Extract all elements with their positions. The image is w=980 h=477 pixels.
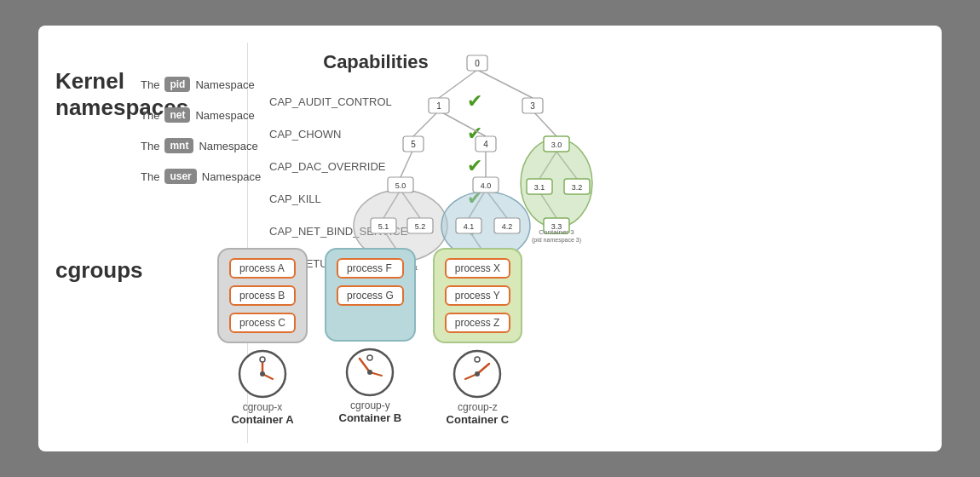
ns-row-pid: The pid Namespace [141, 77, 261, 92]
process-a: process A [229, 258, 296, 279]
svg-line-2 [413, 111, 439, 136]
gauge-c [452, 348, 503, 399]
cgroup-container-a: process A process B process C cgroup-x C… [217, 248, 308, 426]
svg-point-64 [367, 355, 372, 360]
svg-line-4 [401, 149, 413, 177]
process-c: process C [229, 313, 296, 333]
process-y: process Y [445, 285, 510, 306]
svg-point-60 [260, 371, 265, 376]
svg-text:4: 4 [483, 140, 488, 149]
process-g: process G [337, 285, 404, 306]
namespace-labels: The pid Namespace The net Namespace The … [141, 77, 261, 184]
svg-text:3: 3 [530, 101, 535, 111]
process-z: process Z [445, 313, 510, 333]
cgroups-area: process A process B process C cgroup-x C… [217, 248, 522, 426]
cgroup-box-c: process X process Y process Z [433, 248, 522, 343]
process-f: process F [337, 258, 404, 279]
cgroup-box-b: process F process G [325, 248, 416, 342]
gauge-a [237, 348, 288, 399]
cap-kill-label: CAP_KILL [269, 193, 321, 205]
cgroup-b-label: cgroup-y [350, 399, 390, 411]
ns-row-user: The user Namespace [141, 169, 261, 184]
svg-line-12 [533, 111, 556, 136]
cgroup-container-b: process F process G cgroup-y Container B [325, 248, 416, 424]
pid-tree-svg: 0 1 3 5 4 5.0 5.1 5.2 5.3 [328, 51, 626, 273]
cgroup-c-label: cgroup-z [458, 401, 498, 413]
svg-text:5.1: 5.1 [378, 222, 389, 231]
pid-badge: pid [164, 77, 190, 92]
gauge-b [344, 347, 395, 398]
container-b-name: Container B [339, 411, 402, 424]
ns-row-mnt: The mnt Namespace [141, 138, 261, 153]
pid-tree-area: 0 1 3 5 4 5.0 5.1 5.2 5.3 [328, 51, 626, 273]
svg-text:3.1: 3.1 [534, 183, 545, 192]
svg-point-63 [367, 370, 372, 375]
cgroup-a-label: cgroup-x [243, 401, 283, 413]
mnt-badge: mnt [164, 138, 193, 153]
user-badge: user [164, 169, 196, 184]
process-b: process B [229, 285, 296, 306]
container-c-name: Container C [447, 413, 510, 426]
container-a-name: Container A [231, 413, 293, 426]
svg-text:5.0: 5.0 [395, 181, 406, 190]
main-card: Kernelnamespaces cgroups The pid Namespa… [38, 26, 942, 451]
svg-point-66 [475, 371, 480, 376]
svg-text:4.1: 4.1 [464, 222, 475, 231]
svg-text:5: 5 [411, 140, 416, 149]
svg-line-3 [439, 111, 486, 136]
svg-line-1 [477, 70, 533, 98]
ns-row-net: The net Namespace [141, 107, 261, 123]
svg-text:0: 0 [475, 59, 480, 68]
svg-point-61 [260, 357, 265, 362]
svg-text:(pid namespace 3): (pid namespace 3) [532, 237, 581, 244]
net-badge: net [164, 107, 190, 123]
svg-text:3.2: 3.2 [572, 183, 583, 192]
svg-text:3.0: 3.0 [551, 141, 562, 149]
cgroup-box-a: process A process B process C [217, 248, 308, 343]
svg-text:1: 1 [436, 101, 441, 111]
cgroups-title: cgroups [55, 257, 243, 284]
svg-text:5.2: 5.2 [415, 222, 426, 231]
process-x: process X [445, 258, 510, 279]
svg-text:4.2: 4.2 [502, 222, 513, 231]
svg-point-67 [475, 357, 480, 362]
svg-text:4.0: 4.0 [481, 181, 492, 190]
cgroup-container-c: process X process Y process Z cgroup-z C… [433, 248, 522, 426]
svg-text:Container 3: Container 3 [539, 228, 574, 236]
svg-line-0 [439, 70, 477, 98]
